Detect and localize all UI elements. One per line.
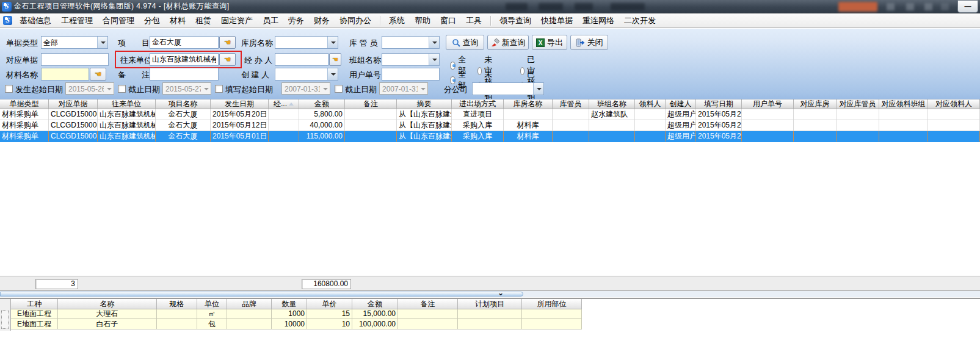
cell[interactable]: 采购入库 (452, 120, 504, 131)
cell[interactable] (837, 120, 879, 131)
menu-item-基础信息[interactable]: 基础信息 (15, 15, 56, 27)
cell[interactable]: 从【山东百脉建筑 (397, 109, 452, 120)
chevron-down-icon[interactable] (429, 54, 439, 65)
column-header-对应库管员[interactable]: 对应库管员 (837, 99, 879, 109)
cell[interactable] (794, 109, 837, 120)
cell[interactable] (879, 120, 928, 131)
cell[interactable] (553, 131, 589, 142)
collapse-chevron-icon[interactable]: ⌄ (498, 289, 504, 297)
chevron-down-icon[interactable] (97, 37, 107, 48)
cell[interactable]: 包 (197, 319, 227, 329)
cell[interactable] (398, 319, 458, 329)
cell[interactable]: 2015年05月27日 (696, 131, 742, 142)
menu-item-工程管理[interactable]: 工程管理 (56, 15, 98, 27)
column-header-往来单位[interactable]: 往来单位 (98, 99, 156, 109)
cell[interactable] (553, 109, 589, 120)
cell[interactable] (742, 120, 794, 131)
menu-item-帮助[interactable]: 帮助 (410, 15, 435, 27)
column-header-对应单据[interactable]: 对应单据 (49, 99, 98, 109)
minimize-button[interactable]: — (957, 0, 978, 13)
column-header-经...[interactable]: 经... (269, 99, 299, 109)
column-header-领料人[interactable]: 领料人 (635, 99, 666, 109)
cell[interactable]: 金石大厦 (156, 120, 211, 131)
cell[interactable]: 大理石 (58, 309, 157, 318)
ref-bill-input[interactable] (41, 53, 109, 66)
menu-item-二次开发[interactable]: 二次开发 (619, 15, 661, 27)
date-select[interactable]: 2015-05-26 (65, 82, 114, 95)
column-header-库管员[interactable]: 库管员 (553, 99, 589, 109)
date-select[interactable]: 2007-01-31 (379, 82, 428, 95)
cell[interactable]: 2015年05月20日 (211, 109, 269, 120)
cell[interactable] (794, 120, 837, 131)
table-row[interactable]: 材料采购单CLCGD150000005山东百脉建筑机械金石大厦2015年05月0… (0, 131, 980, 142)
cell[interactable] (398, 309, 458, 318)
column-header-填写日期[interactable]: 填写日期 (696, 99, 742, 109)
date-checkbox[interactable] (335, 85, 343, 93)
cell[interactable]: E地面工程 (11, 319, 58, 329)
cell[interactable]: 材料库 (504, 131, 553, 142)
menu-item-租赁[interactable]: 租赁 (191, 15, 216, 27)
column-header-班组名称[interactable]: 班组名称 (589, 99, 635, 109)
cell[interactable]: 材料库 (504, 120, 553, 131)
cell[interactable] (635, 131, 666, 142)
cell[interactable]: CLCGD150000004 (49, 120, 98, 131)
menu-item-系统[interactable]: 系统 (384, 15, 410, 27)
partner-picker-hand-icon[interactable]: ☚ (219, 53, 236, 66)
project-picker-hand-icon[interactable]: ☚ (219, 36, 236, 49)
column-header-备注[interactable]: 备注 (345, 99, 397, 109)
cell[interactable]: 5,800.00 (299, 109, 345, 120)
scrollbar-thumb[interactable] (0, 292, 523, 297)
date-checkbox[interactable] (215, 85, 223, 93)
column-header-单据类型[interactable]: 单据类型 (0, 99, 49, 109)
cell[interactable] (553, 120, 589, 131)
cell[interactable] (345, 131, 397, 142)
cell[interactable] (269, 120, 299, 131)
close-button[interactable]: 关闭 (570, 35, 608, 50)
menu-item-快捷单据[interactable]: 快捷单据 (536, 15, 578, 27)
date-checkbox[interactable] (5, 85, 13, 93)
user-no-input[interactable] (382, 68, 440, 81)
cell[interactable]: CLCGD150000001 (49, 109, 98, 120)
cell[interactable]: 金石大厦 (156, 131, 211, 142)
column-header-项目名称[interactable]: 项目名称 (156, 99, 211, 109)
cell[interactable] (928, 109, 980, 120)
cell[interactable]: 超级用户 (666, 109, 696, 120)
column-header-所用部位[interactable]: 所用部位 (522, 299, 582, 309)
cell[interactable]: 采购入库 (452, 131, 504, 142)
cell[interactable]: 山东百脉建筑机械 (98, 109, 156, 120)
cell[interactable] (635, 120, 666, 131)
cell[interactable]: 材料采购单 (0, 131, 49, 142)
cell[interactable]: 10 (307, 319, 352, 329)
cell[interactable]: 材料采购单 (0, 109, 49, 120)
column-header-计划项目[interactable]: 计划项目 (458, 299, 522, 309)
column-header-用户单号[interactable]: 用户单号 (742, 99, 794, 109)
menu-item-固定资产[interactable]: 固定资产 (216, 15, 258, 27)
menu-item-重连网络[interactable]: 重连网络 (578, 15, 619, 27)
horizontal-splitter[interactable]: ⌄ (0, 291, 980, 297)
column-header-工种[interactable]: 工种 (11, 299, 58, 309)
column-header-金额[interactable]: 金额 (299, 99, 345, 109)
chevron-down-icon[interactable] (320, 83, 330, 94)
chevron-down-icon[interactable] (201, 83, 211, 94)
cell[interactable] (635, 109, 666, 120)
cell[interactable] (928, 131, 980, 142)
keeper-select[interactable] (382, 36, 440, 49)
cell[interactable] (589, 131, 635, 142)
creator-select[interactable] (275, 68, 338, 81)
cell[interactable] (345, 120, 397, 131)
menu-item-合同管理[interactable]: 合同管理 (98, 15, 139, 27)
cell[interactable] (879, 109, 928, 120)
cell[interactable] (269, 109, 299, 120)
cell[interactable]: 从【山东百脉建筑 (397, 120, 452, 131)
cell[interactable] (522, 309, 582, 318)
table-row[interactable]: E地面工程大理石㎡10001515,000.00 (11, 309, 582, 319)
cell[interactable] (458, 319, 522, 329)
child-window-icon[interactable]: S (3, 16, 12, 25)
project-input[interactable] (150, 36, 219, 49)
bill-type-select[interactable]: 全部 (41, 36, 108, 49)
material-input[interactable] (41, 68, 89, 81)
cell[interactable]: 赵水建筑队 (589, 109, 635, 120)
column-header-对应领料人[interactable]: 对应领料人 (928, 99, 980, 109)
menu-item-分包[interactable]: 分包 (139, 15, 165, 27)
column-header-备注[interactable]: 备注 (398, 299, 458, 309)
